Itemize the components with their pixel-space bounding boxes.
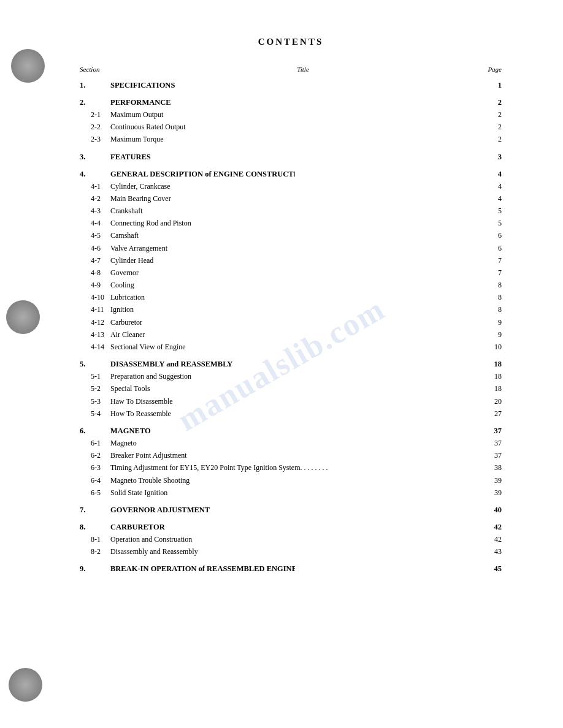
col-page-label: Page [477,66,502,73]
entry-dots [296,213,481,213]
entry-page: 5 [482,205,502,217]
entry-dots [296,104,481,105]
entry-dots [296,141,481,142]
entry-page: 37 [482,450,502,461]
entry-number: 8-2 [80,546,110,558]
entry-number: 4-3 [80,205,110,217]
entry-label: Disassembly and Reassembly [110,546,295,558]
toc-entry: 4-5 Camshaft 6 [80,230,502,241]
toc-entry: 5. DISASSEMBLY and REASSEMBLY 18 [80,358,502,370]
toc-entry: 4-13 Air Cleaner 9 [80,329,502,341]
entry-page: 37 [482,438,502,449]
entry-number: 6-1 [80,438,110,449]
entry-page: 2 [482,96,502,108]
entry-page: 42 [482,534,502,545]
entry-number: 4-8 [80,267,110,279]
entry-number: 5-4 [80,408,110,420]
entry-number: 4-9 [80,279,110,291]
entry-dots [296,116,481,117]
table-header: Section Title Page [80,66,502,74]
toc-entry: 2. PERFORMANCE 2 [80,96,502,108]
entry-number: 2-3 [80,134,110,145]
entry-dots [296,366,481,366]
toc-entry: 4-12 Carburetor 9 [80,317,502,328]
toc-entry: 6. MAGNETO 37 [80,425,502,437]
col-section-label: Section [80,66,129,73]
entry-page: 40 [482,504,502,516]
entry-page: 1 [482,79,502,91]
entry-dots [296,495,481,495]
entry-dots [296,129,481,129]
toc-entry: 4-8 Governor 7 [80,267,502,279]
entry-label: Special Tools [110,383,295,395]
entry-label: Crankshaft [110,205,295,217]
entry-page: 43 [482,546,502,558]
entry-number: 6-2 [80,450,110,461]
entry-dots [296,188,481,189]
entry-label: BREAK-IN OPERATION of REASSEMBLED ENGINE [110,563,295,575]
toc-entry: 3. FEATURES 3 [80,151,502,163]
entry-page: 9 [482,329,502,341]
entry-page: 27 [482,408,502,420]
col-title-label: Title [129,66,477,73]
entry-page: 2 [482,134,502,145]
entry-label: Valve Arrangement [110,243,295,254]
toc-entry: 4-10 Lubrication 8 [80,292,502,303]
toc-entry: 4-1 Cylinder, Crankcase 4 [80,181,502,192]
entry-number: 4-10 [80,292,110,303]
entry-number: 4-1 [80,181,110,192]
entry-page: 10 [482,341,502,353]
entry-dots [296,176,481,176]
entry-dots [296,275,481,275]
entry-label: Main Bearing Cover [110,193,295,205]
entry-page: 39 [482,475,502,487]
toc-entry: 6-1 Magneto 37 [80,438,502,449]
toc-entry: 4-2 Main Bearing Cover 4 [80,193,502,205]
entry-dots [296,237,481,238]
entry-dots [296,378,481,379]
entry-number: 7. [80,504,110,516]
entry-label: Continuous Rated Output [110,121,295,133]
entry-number: 4-4 [80,218,110,229]
entry-number: 8. [80,521,110,533]
entry-label: Air Cleaner [110,329,295,341]
entry-label: Magneto Trouble Shooting [110,475,295,487]
toc-entry: 4-9 Cooling 8 [80,279,502,291]
entry-page: 4 [482,193,502,205]
entry-label: How To Reassemble [110,408,295,420]
entry-page: 20 [482,396,502,408]
entry-page: 45 [482,563,502,575]
toc-entry: 8. CARBURETOR 42 [80,521,502,533]
entry-number: 2-1 [80,109,110,121]
entry-dots [296,482,481,483]
entry-label: SPECIFICATIONS [110,79,295,91]
entry-dots [296,287,481,287]
entry-label: Magneto [110,438,295,449]
toc-entry: 4-6 Valve Arrangement 6 [80,243,502,254]
entry-label: Camshaft [110,230,295,241]
entry-page: 8 [482,304,502,316]
entry-label: Carburetor [110,317,295,328]
entry-page: 18 [482,383,502,395]
entry-page: 5 [482,218,502,229]
entry-label: Ignition [110,304,295,316]
entry-dots [296,571,481,571]
entry-page: 9 [482,317,502,328]
entry-label: Maximum Output [110,109,295,121]
entry-page: 2 [482,121,502,133]
entry-dots [296,433,481,433]
entry-label: Timing Adjustment for EY15, EY20 Point T… [110,462,480,474]
toc-entry: 6-5 Solid State Ignition 39 [80,487,502,499]
entry-dots [296,349,481,349]
entry-label: Connecting Rod and Piston [110,218,295,229]
entry-page: 18 [482,371,502,382]
entry-dots [296,529,481,529]
entry-label: Sectional View of Engine [110,341,295,353]
toc-entry: 4-3 Crankshaft 5 [80,205,502,217]
entry-number: 5-3 [80,396,110,408]
entry-page: 3 [482,151,502,163]
entry-page: 6 [482,243,502,254]
entry-page: 42 [482,521,502,533]
entry-dots [296,299,481,300]
toc-entry: 4-7 Cylinder Head 7 [80,255,502,267]
